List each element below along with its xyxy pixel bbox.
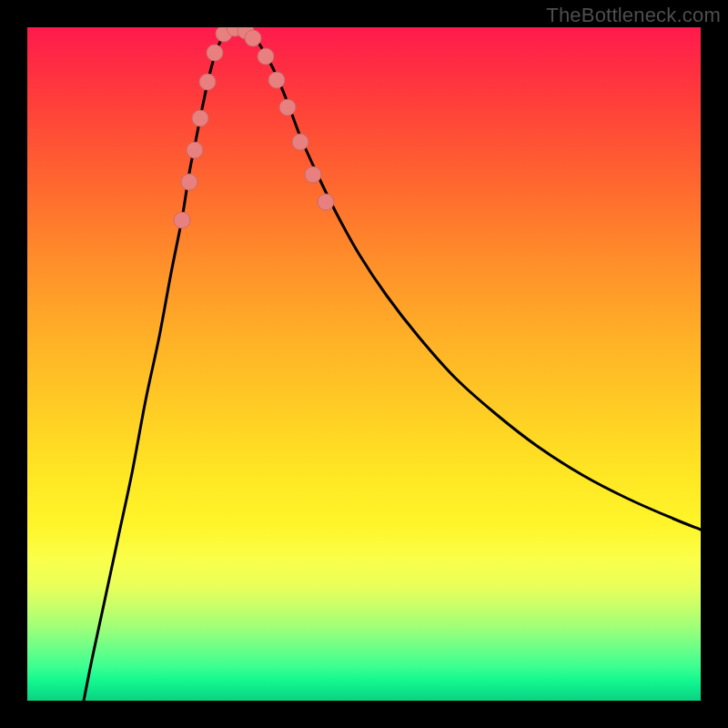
scatter-dot [245,30,261,46]
scatter-dot [187,142,203,158]
gradient-plot-area [27,27,701,701]
scatter-dot [279,99,296,116]
chart-frame: TheBottleneck.com [0,0,728,728]
scatter-dot [174,212,190,228]
scatter-dot [305,167,321,183]
scatter-dot [318,194,334,210]
scatter-dot [181,174,197,190]
scatter-dot [258,48,274,65]
scatter-dot [192,110,208,126]
curve-svg [27,27,701,701]
scatter-dot [199,74,216,90]
scatter-dot [207,45,223,61]
scatter-dot [292,134,308,150]
bottleneck-curve [84,27,701,701]
scatter-dot [268,72,285,88]
watermark-text: TheBottleneck.com [546,4,721,27]
